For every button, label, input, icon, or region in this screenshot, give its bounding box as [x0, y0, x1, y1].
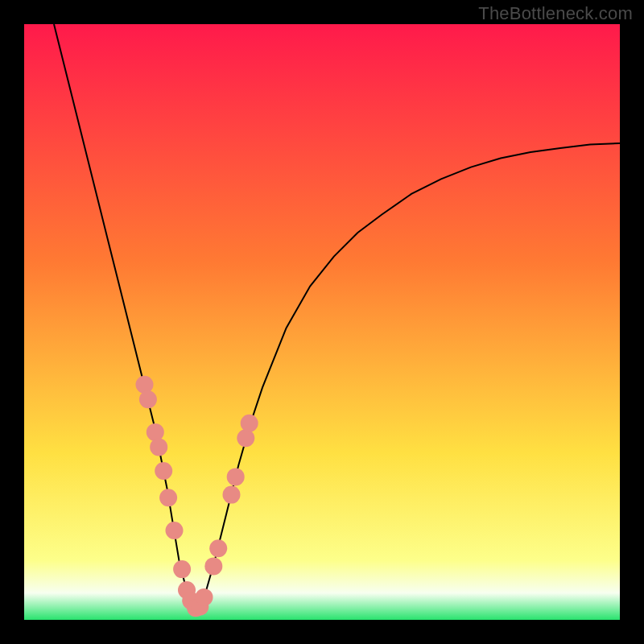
data-dot: [147, 423, 164, 441]
data-dot: [237, 429, 254, 447]
plot-area: [24, 24, 620, 620]
data-dot: [196, 588, 213, 606]
data-dot: [139, 390, 157, 408]
data-dot: [166, 522, 184, 539]
data-dot: [227, 468, 245, 485]
data-dot: [204, 557, 222, 575]
data-dot: [209, 539, 227, 557]
outer-frame: TheBottleneck.com: [0, 0, 644, 644]
data-dot: [241, 415, 258, 432]
chart-canvas: [24, 24, 620, 620]
data-dot: [155, 462, 172, 480]
attribution-text: TheBottleneck.com: [478, 3, 633, 24]
data-dot: [136, 376, 154, 394]
data-dot: [159, 489, 177, 506]
data-dot: [173, 560, 191, 578]
data-dot: [150, 438, 167, 456]
data-dot: [223, 486, 241, 504]
gradient-background: [24, 24, 620, 620]
